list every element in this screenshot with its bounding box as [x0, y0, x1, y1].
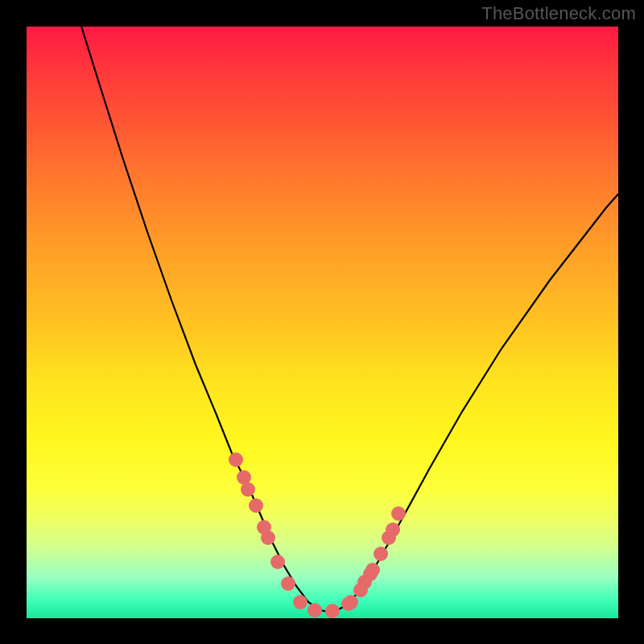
watermark-text: TheBottleneck.com [481, 3, 636, 24]
chart-gradient-background [27, 27, 618, 618]
